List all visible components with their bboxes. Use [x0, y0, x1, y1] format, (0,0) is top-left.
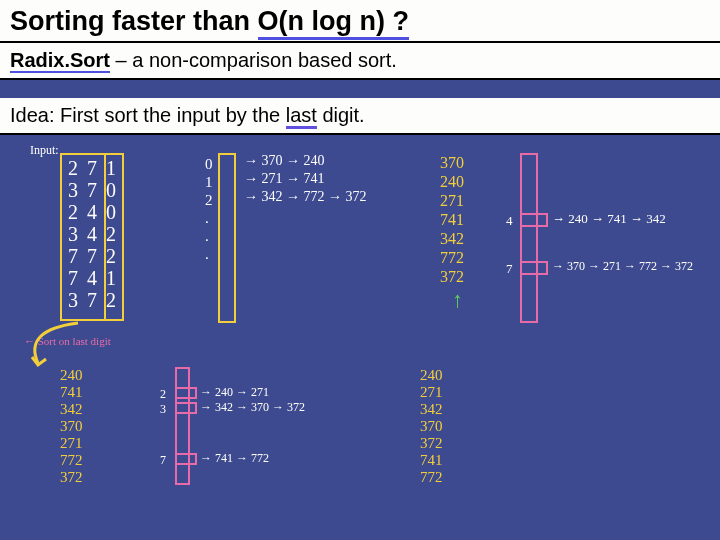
- bucket2-4-chain: → 240 → 741 → 342: [552, 211, 666, 227]
- bucket3-idx-7: 7: [160, 453, 166, 468]
- bucket3-3-chain: → 342 → 370 → 372: [200, 400, 305, 415]
- bucket2-slot-7: [520, 261, 548, 275]
- up-arrow-icon: ↑: [452, 287, 463, 313]
- input-label: Input:: [30, 143, 59, 158]
- input-digit-divider: [104, 153, 124, 321]
- bucket-indices-1: 0 1 2 . . .: [205, 155, 213, 263]
- bucket2-7-chain: → 370 → 271 → 772 → 372: [552, 259, 693, 274]
- title-text-a: Sorting faster than: [10, 6, 250, 36]
- bucket-0-chain: → 370 → 240: [244, 153, 325, 169]
- bucket-1-chain: → 271 → 741: [244, 171, 325, 187]
- final-output: 240 271 342 370 372 741 772: [420, 367, 443, 486]
- title-bar: Sorting faster than O(n log n) ?: [0, 0, 720, 43]
- bucket3-2-chain: → 240 → 271: [200, 385, 269, 400]
- page-title: Sorting faster than O(n log n) ?: [10, 6, 409, 40]
- bucket3-slot-3: [175, 402, 197, 414]
- bucket-box-3: [175, 367, 190, 485]
- bucket3-slot-2: [175, 387, 197, 399]
- subtitle-rest: – a non-comparison based sort.: [110, 49, 397, 71]
- bucket-box-1: [218, 153, 236, 323]
- pass2-input: 240 741 342 370 271 772 372: [60, 367, 83, 486]
- bucket2-idx-7: 7: [506, 261, 513, 277]
- bucket3-slot-7: [175, 453, 197, 465]
- idea-text-b: digit.: [317, 104, 365, 126]
- bucket3-7-chain: → 741 → 772: [200, 451, 269, 466]
- diagram-canvas: Input: 2 7 1 3 7 0 2 4 0 3 4 2 7 7 2 7 4…: [0, 135, 720, 535]
- idea-text-a: Idea: First sort the input by the: [10, 104, 286, 126]
- radix-sort-label: Radix.Sort: [10, 49, 110, 73]
- title-text-b: O(n log n) ?: [258, 6, 409, 40]
- bucket-box-2: [520, 153, 538, 323]
- bucket2-idx-4: 4: [506, 213, 513, 229]
- curve-arrow-icon: [18, 315, 98, 375]
- bucket3-idx-23: 2 3: [160, 387, 166, 417]
- idea-bar: Idea: First sort the input by the last d…: [0, 98, 720, 135]
- subtitle-bar: Radix.Sort – a non-comparison based sort…: [0, 43, 720, 80]
- pass1-output: 370 240 271 741 342 772 372: [440, 153, 464, 286]
- bucket2-slot-4: [520, 213, 548, 227]
- idea-last: last: [286, 104, 317, 129]
- gap: [0, 80, 720, 98]
- bucket-2-chain: → 342 → 772 → 372: [244, 189, 367, 205]
